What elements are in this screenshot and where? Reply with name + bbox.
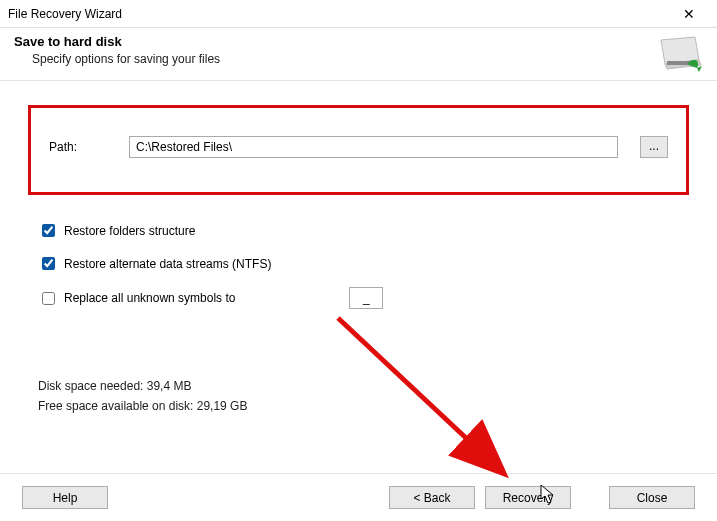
close-button[interactable]: Close	[609, 486, 695, 509]
restore-folders-checkbox[interactable]	[42, 224, 55, 237]
path-highlight-box: Path: ...	[28, 105, 689, 195]
path-label: Path:	[49, 140, 107, 154]
back-button[interactable]: < Back	[389, 486, 475, 509]
restore-ads-checkbox[interactable]	[42, 257, 55, 270]
page-subtitle: Specify options for saving your files	[32, 52, 703, 66]
window-title: File Recovery Wizard	[8, 7, 669, 21]
footer-bar: Help < Back Recovery Close	[0, 473, 717, 521]
restore-ads-row: Restore alternate data streams (NTFS)	[38, 254, 679, 273]
replace-symbols-row: Replace all unknown symbols to	[38, 287, 679, 309]
content-area: Path: ... Restore folders structure Rest…	[0, 81, 717, 427]
replace-symbols-checkbox[interactable]	[42, 292, 55, 305]
restore-folders-label: Restore folders structure	[64, 224, 195, 238]
disk-space-free: Free space available on disk: 29,19 GB	[38, 399, 689, 413]
path-input[interactable]	[129, 136, 618, 158]
replace-symbol-input[interactable]	[349, 287, 383, 309]
hdd-icon	[657, 34, 703, 75]
disk-space-needed: Disk space needed: 39,4 MB	[38, 379, 689, 393]
recovery-button[interactable]: Recovery	[485, 486, 571, 509]
options-group: Restore folders structure Restore altern…	[28, 195, 689, 331]
titlebar: File Recovery Wizard ✕	[0, 0, 717, 28]
restore-ads-label: Restore alternate data streams (NTFS)	[64, 257, 271, 271]
help-button[interactable]: Help	[22, 486, 108, 509]
replace-symbols-label: Replace all unknown symbols to	[64, 291, 235, 305]
disk-info: Disk space needed: 39,4 MB Free space av…	[28, 379, 689, 413]
wizard-header: Save to hard disk Specify options for sa…	[0, 28, 717, 81]
restore-folders-row: Restore folders structure	[38, 221, 679, 240]
close-icon[interactable]: ✕	[669, 1, 709, 27]
page-title: Save to hard disk	[14, 34, 703, 49]
browse-button[interactable]: ...	[640, 136, 668, 158]
